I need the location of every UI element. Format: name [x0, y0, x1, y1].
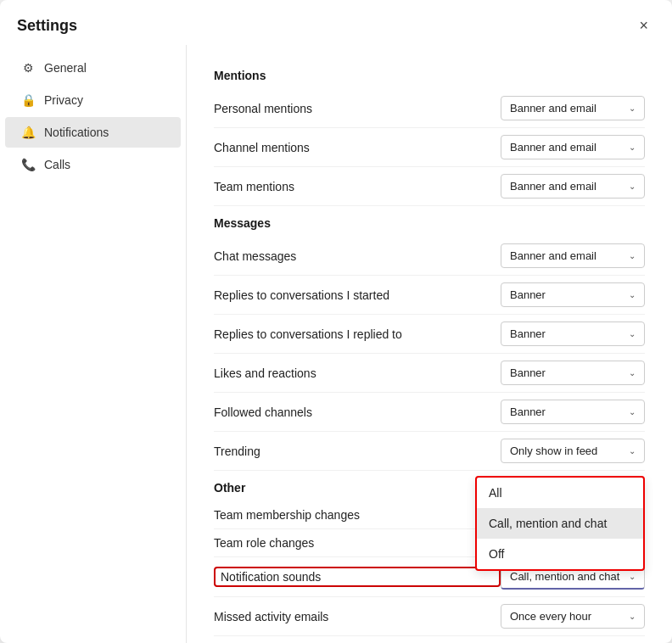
- sidebar-item-general[interactable]: ⚙ General: [5, 53, 181, 83]
- close-button[interactable]: ×: [632, 14, 655, 38]
- setting-label-personal-mentions: Personal mentions: [214, 102, 501, 115]
- sidebar-item-calls[interactable]: 📞 Calls: [5, 149, 181, 180]
- settings-dialog: Settings × ⚙ General 🔒 Privacy 🔔 Notific…: [0, 0, 672, 643]
- dropdown-wrapper-replies-replied: Banner⌄: [501, 322, 645, 346]
- setting-row-channel-mentions: Channel mentionsBanner and email⌄: [214, 128, 645, 167]
- dropdown-team-mentions[interactable]: Banner and email⌄: [501, 174, 645, 198]
- notifications-icon: 🔔: [20, 125, 36, 140]
- dropdown-menu-trending: AllCall, mention and chatOff: [475, 476, 645, 571]
- setting-row-replies-started: Replies to conversations I startedBanner…: [214, 276, 645, 315]
- dropdown-channel-mentions[interactable]: Banner and email⌄: [501, 135, 645, 159]
- sidebar-item-label: General: [44, 61, 87, 75]
- setting-row-replies-replied: Replies to conversations I replied toBan…: [214, 315, 645, 354]
- setting-row-missed-activity-emails: Missed activity emailsOnce every hour⌄: [214, 597, 645, 636]
- sidebar-item-privacy[interactable]: 🔒 Privacy: [5, 85, 181, 115]
- setting-row-trending: TrendingOnly show in feed⌄AllCall, menti…: [214, 432, 645, 471]
- dropdown-option[interactable]: Off: [477, 539, 643, 569]
- sidebar-item-label: Notifications: [44, 126, 109, 139]
- sidebar-item-notifications[interactable]: 🔔 Notifications: [5, 117, 181, 148]
- dropdown-wrapper-chat-messages: Banner and email⌄: [501, 243, 645, 268]
- setting-label-replies-started: Replies to conversations I started: [214, 288, 501, 302]
- setting-label-chat-messages: Chat messages: [214, 249, 501, 263]
- sidebar-item-label: Privacy: [44, 93, 83, 107]
- dropdown-trending[interactable]: Only show in feed⌄: [501, 439, 645, 463]
- calls-icon: 📞: [20, 157, 36, 172]
- dropdown-replies-replied[interactable]: Banner⌄: [501, 322, 645, 346]
- main-content: MentionsPersonal mentionsBanner and emai…: [187, 45, 672, 643]
- dropdown-wrapper-channel-mentions: Banner and email⌄: [501, 135, 645, 159]
- dropdown-personal-mentions[interactable]: Banner and email⌄: [501, 96, 645, 120]
- dropdown-likes-reactions[interactable]: Banner⌄: [501, 361, 645, 385]
- section-heading-messages: Messages: [214, 216, 645, 230]
- setting-label-replies-replied: Replies to conversations I replied to: [214, 327, 501, 341]
- setting-label-channel-mentions: Channel mentions: [214, 141, 501, 154]
- dropdown-replies-started[interactable]: Banner⌄: [501, 282, 645, 307]
- setting-row-followed-channels: Followed channelsBanner⌄: [214, 393, 645, 432]
- setting-label-likes-reactions: Likes and reactions: [214, 366, 501, 380]
- general-icon: ⚙: [20, 60, 36, 75]
- setting-label-trending: Trending: [214, 445, 501, 458]
- sidebar: ⚙ General 🔒 Privacy 🔔 Notifications 📞 Ca…: [0, 45, 187, 643]
- dropdown-wrapper-followed-channels: Banner⌄: [501, 400, 645, 424]
- dropdown-followed-channels[interactable]: Banner⌄: [501, 400, 645, 424]
- setting-row-likes-reactions: Likes and reactionsBanner⌄: [214, 354, 645, 393]
- setting-label-team-mentions: Team mentions: [214, 180, 501, 193]
- dropdown-wrapper-missed-activity-emails: Once every hour⌄: [501, 604, 645, 629]
- setting-label-notification-sounds: Notification sounds: [214, 567, 501, 587]
- setting-row-team-mentions: Team mentionsBanner and email⌄: [214, 167, 645, 206]
- dropdown-option[interactable]: All: [477, 478, 643, 508]
- section-heading-mentions: Mentions: [214, 69, 645, 82]
- setting-row-personal-mentions: Personal mentionsBanner and email⌄: [214, 89, 645, 128]
- dialog-header: Settings ×: [0, 0, 672, 45]
- dropdown-missed-activity-emails[interactable]: Once every hour⌄: [501, 604, 645, 629]
- dropdown-wrapper-team-mentions: Banner and email⌄: [501, 174, 645, 198]
- setting-row-chat-messages: Chat messagesBanner and email⌄: [214, 237, 645, 276]
- dropdown-wrapper-personal-mentions: Banner and email⌄: [501, 96, 645, 120]
- sidebar-item-label: Calls: [44, 158, 70, 171]
- dropdown-wrapper-trending: Only show in feed⌄AllCall, mention and c…: [501, 439, 645, 463]
- privacy-icon: 🔒: [20, 92, 36, 108]
- dropdown-wrapper-replies-started: Banner⌄: [501, 282, 645, 307]
- setting-label-missed-activity-emails: Missed activity emails: [214, 610, 501, 623]
- dropdown-chat-messages[interactable]: Banner and email⌄: [501, 243, 645, 268]
- dialog-title: Settings: [17, 17, 77, 35]
- setting-label-followed-channels: Followed channels: [214, 405, 501, 419]
- dropdown-wrapper-likes-reactions: Banner⌄: [501, 361, 645, 385]
- dropdown-option[interactable]: Call, mention and chat: [477, 508, 643, 539]
- dialog-body: ⚙ General 🔒 Privacy 🔔 Notifications 📞 Ca…: [0, 45, 672, 643]
